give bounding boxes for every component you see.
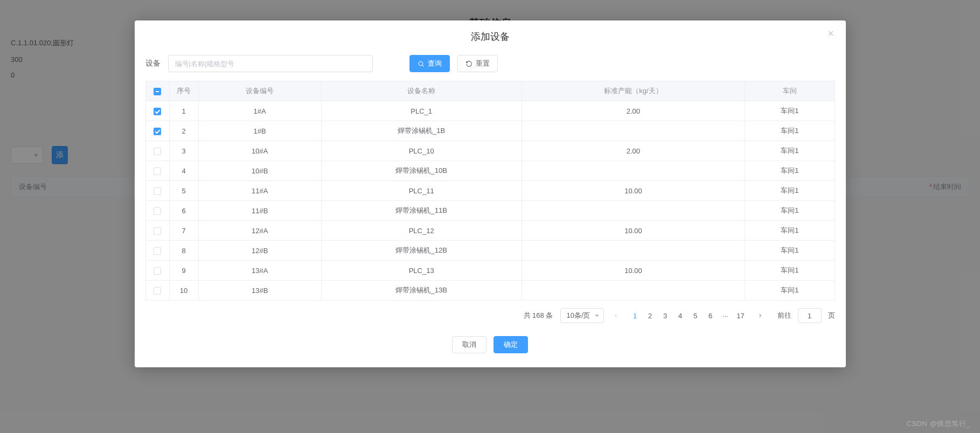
header-capacity: 标准产能（kg/天） bbox=[522, 81, 745, 101]
header-workshop: 车间 bbox=[745, 81, 835, 101]
modal-footer: 取消 确定 bbox=[135, 326, 846, 367]
table-header-row: 序号 设备编号 设备名称 标准产能（kg/天） 车间 bbox=[145, 81, 835, 101]
cell-workshop: 车间1 bbox=[745, 141, 835, 161]
table-row[interactable]: 1013#B焊带涂锡机_13B车间1 bbox=[145, 281, 835, 301]
cell-capacity bbox=[522, 241, 745, 261]
row-checkbox[interactable] bbox=[154, 287, 161, 295]
row-checkbox[interactable] bbox=[154, 207, 161, 215]
page-size-label: 10条/页 bbox=[566, 311, 590, 320]
row-checkbox[interactable] bbox=[154, 227, 161, 235]
pagination-page[interactable]: 2 bbox=[643, 308, 658, 323]
cell-workshop: 车间1 bbox=[745, 281, 835, 301]
jump-page-input[interactable] bbox=[798, 308, 822, 323]
page-size-select[interactable]: 10条/页 bbox=[560, 308, 603, 323]
cell-code: 10#A bbox=[198, 141, 321, 161]
header-code: 设备编号 bbox=[198, 81, 321, 101]
modal-header: 添加设备 bbox=[135, 20, 846, 50]
pagination-ellipsis[interactable]: ··· bbox=[718, 308, 733, 323]
row-checkbox[interactable] bbox=[154, 267, 161, 275]
confirm-button[interactable]: 确定 bbox=[494, 336, 528, 353]
cancel-button-label: 取消 bbox=[462, 340, 476, 350]
table-row[interactable]: 511#APLC_1110.00车间1 bbox=[145, 181, 835, 201]
cell-code: 11#B bbox=[198, 201, 321, 221]
cell-seq: 4 bbox=[169, 161, 198, 181]
add-device-modal: 添加设备 设备 查询 重置 bbox=[135, 20, 846, 367]
cell-seq: 6 bbox=[169, 201, 198, 221]
reset-button-label: 重置 bbox=[476, 59, 490, 68]
table-row[interactable]: 21#B焊带涂锡机_1B车间1 bbox=[145, 121, 835, 141]
row-checkbox[interactable] bbox=[154, 148, 161, 155]
cell-capacity: 10.00 bbox=[522, 221, 745, 241]
cell-seq: 9 bbox=[169, 261, 198, 281]
cell-code: 12#B bbox=[198, 241, 321, 261]
cell-workshop: 车间1 bbox=[745, 201, 835, 221]
search-label: 设备 bbox=[145, 59, 161, 68]
pagination: 共 168 条 10条/页 123456···17 前往 页 bbox=[145, 308, 835, 323]
cell-name: PLC_10 bbox=[321, 141, 522, 161]
close-icon[interactable] bbox=[825, 29, 836, 40]
cell-code: 13#A bbox=[198, 261, 321, 281]
pagination-page[interactable]: 6 bbox=[703, 308, 718, 323]
header-checkbox-cell bbox=[145, 81, 169, 101]
row-checkbox[interactable] bbox=[154, 128, 161, 135]
svg-point-0 bbox=[419, 61, 423, 66]
cell-code: 1#A bbox=[198, 101, 321, 121]
pagination-page[interactable]: 1 bbox=[628, 308, 643, 323]
table-row[interactable]: 913#APLC_1310.00车间1 bbox=[145, 261, 835, 281]
header-name: 设备名称 bbox=[321, 81, 522, 101]
cell-seq: 5 bbox=[169, 181, 198, 201]
device-table: 序号 设备编号 设备名称 标准产能（kg/天） 车间 11#APLC_12.00… bbox=[145, 81, 835, 301]
cell-capacity: 10.00 bbox=[522, 181, 745, 201]
select-all-checkbox[interactable] bbox=[154, 88, 161, 95]
query-button[interactable]: 查询 bbox=[409, 55, 450, 72]
cell-code: 12#A bbox=[198, 221, 321, 241]
cell-code: 10#B bbox=[198, 161, 321, 181]
cell-workshop: 车间1 bbox=[745, 221, 835, 241]
pagination-page[interactable]: 5 bbox=[688, 308, 703, 323]
pagination-total: 共 168 条 bbox=[524, 311, 553, 320]
pagination-next[interactable] bbox=[753, 308, 768, 323]
table-row[interactable]: 11#APLC_12.00车间1 bbox=[145, 101, 835, 121]
cell-workshop: 车间1 bbox=[745, 261, 835, 281]
cell-seq: 1 bbox=[169, 101, 198, 121]
table-row[interactable]: 611#B焊带涂锡机_11B车间1 bbox=[145, 201, 835, 221]
row-checkbox[interactable] bbox=[154, 167, 161, 175]
cell-name: PLC_13 bbox=[321, 261, 522, 281]
pagination-page[interactable]: 4 bbox=[673, 308, 688, 323]
cell-seq: 2 bbox=[169, 121, 198, 141]
row-checkbox[interactable] bbox=[154, 247, 161, 255]
confirm-button-label: 确定 bbox=[504, 340, 518, 350]
cell-name: 焊带涂锡机_1B bbox=[321, 121, 522, 141]
cell-name: PLC_12 bbox=[321, 221, 522, 241]
cell-name: 焊带涂锡机_11B bbox=[321, 201, 522, 221]
cell-seq: 7 bbox=[169, 221, 198, 241]
cell-code: 11#A bbox=[198, 181, 321, 201]
cell-capacity bbox=[522, 201, 745, 221]
table-row[interactable]: 812#B焊带涂锡机_12B车间1 bbox=[145, 241, 835, 261]
modal-body: 设备 查询 重置 序号 bbox=[135, 50, 846, 323]
cell-seq: 10 bbox=[169, 281, 198, 301]
cell-capacity: 10.00 bbox=[522, 261, 745, 281]
query-button-label: 查询 bbox=[428, 59, 442, 68]
table-row[interactable]: 310#APLC_102.00车间1 bbox=[145, 141, 835, 161]
pagination-prev[interactable] bbox=[608, 308, 623, 323]
cell-workshop: 车间1 bbox=[745, 181, 835, 201]
pagination-page[interactable]: 17 bbox=[733, 308, 748, 323]
reset-button[interactable]: 重置 bbox=[457, 55, 498, 72]
cell-capacity: 2.00 bbox=[522, 141, 745, 161]
jump-prefix: 前往 bbox=[777, 311, 791, 320]
search-icon bbox=[418, 60, 425, 67]
table-row[interactable]: 410#B焊带涂锡机_10B车间1 bbox=[145, 161, 835, 181]
cell-name: 焊带涂锡机_10B bbox=[321, 161, 522, 181]
cell-capacity bbox=[522, 161, 745, 181]
cancel-button[interactable]: 取消 bbox=[452, 336, 486, 353]
pagination-page[interactable]: 3 bbox=[658, 308, 673, 323]
search-input[interactable] bbox=[168, 55, 373, 72]
cell-code: 13#B bbox=[198, 281, 321, 301]
refresh-icon bbox=[465, 60, 472, 67]
jump-suffix: 页 bbox=[828, 311, 835, 320]
row-checkbox[interactable] bbox=[154, 108, 161, 115]
table-row[interactable]: 712#APLC_1210.00车间1 bbox=[145, 221, 835, 241]
row-checkbox[interactable] bbox=[154, 187, 161, 195]
watermark: CSDN @慎思笃行_ bbox=[907, 419, 970, 429]
